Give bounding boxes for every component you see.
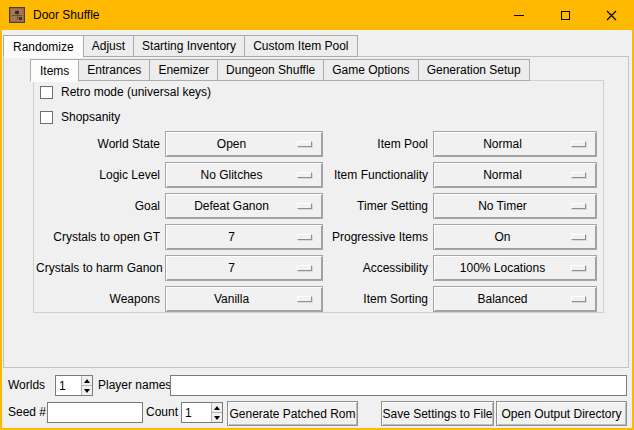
title-bar: Door Shuffle bbox=[0, 0, 634, 30]
seed-input[interactable] bbox=[47, 402, 143, 423]
player-names-input[interactable] bbox=[170, 375, 627, 396]
logic-level-dropdown[interactable]: No Glitches bbox=[165, 162, 323, 188]
crystals-gt-value: 7 bbox=[166, 230, 297, 244]
item-pool-label: Item Pool bbox=[328, 131, 428, 157]
close-button[interactable] bbox=[588, 0, 634, 30]
dropdown-indicator-icon bbox=[297, 234, 312, 240]
progressive-items-dropdown[interactable]: On bbox=[433, 224, 597, 250]
accessibility-dropdown[interactable]: 100% Locations bbox=[433, 255, 597, 281]
retro-mode-checkbox[interactable] bbox=[40, 86, 53, 99]
tab-enemizer[interactable]: Enemizer bbox=[149, 59, 218, 81]
item-sorting-dropdown[interactable]: Balanced bbox=[433, 286, 597, 312]
tab-generation-setup[interactable]: Generation Setup bbox=[418, 59, 530, 81]
main-tab-bar: Randomize Adjust Starting Inventory Cust… bbox=[3, 32, 357, 57]
accessibility-label: Accessibility bbox=[328, 255, 428, 281]
crystals-ganon-value: 7 bbox=[166, 261, 297, 275]
count-spinner[interactable] bbox=[181, 402, 223, 423]
dropdown-indicator-icon bbox=[571, 172, 586, 178]
dropdown-indicator-icon bbox=[297, 172, 312, 178]
world-state-value: Open bbox=[166, 137, 297, 151]
dropdown-indicator-icon bbox=[571, 203, 586, 209]
count-input[interactable] bbox=[182, 403, 211, 422]
crystals-gt-dropdown[interactable]: 7 bbox=[165, 224, 323, 250]
worlds-spinner[interactable] bbox=[55, 375, 93, 396]
item-functionality-dropdown[interactable]: Normal bbox=[433, 162, 597, 188]
item-pool-value: Normal bbox=[434, 137, 571, 151]
world-state-label: World State bbox=[36, 131, 160, 157]
tab-custom-item-pool[interactable]: Custom Item Pool bbox=[244, 35, 357, 57]
timer-setting-dropdown[interactable]: No Timer bbox=[433, 193, 597, 219]
close-icon bbox=[606, 10, 617, 21]
dropdown-indicator-icon bbox=[571, 141, 586, 147]
timer-setting-value: No Timer bbox=[434, 199, 571, 213]
door-icon bbox=[9, 7, 25, 23]
window-controls bbox=[496, 0, 634, 30]
logic-level-label: Logic Level bbox=[36, 162, 160, 188]
count-spinner-arrows bbox=[211, 403, 222, 422]
crystals-ganon-dropdown[interactable]: 7 bbox=[165, 255, 323, 281]
shopsanity-label: Shopsanity bbox=[61, 111, 120, 124]
minimize-button[interactable] bbox=[496, 0, 542, 30]
goal-dropdown[interactable]: Defeat Ganon bbox=[165, 193, 323, 219]
maximize-icon bbox=[561, 11, 570, 20]
player-names-label: Player names bbox=[98, 375, 171, 396]
dropdown-indicator-icon bbox=[297, 265, 312, 271]
spinner-up-icon[interactable] bbox=[82, 376, 92, 386]
seed-label: Seed # bbox=[8, 402, 46, 423]
shopsanity-checkbox-row[interactable]: Shopsanity bbox=[40, 111, 120, 124]
minimize-icon bbox=[514, 15, 524, 16]
worlds-input[interactable] bbox=[56, 376, 81, 395]
generate-patched-rom-button[interactable]: Generate Patched Rom bbox=[227, 401, 358, 426]
open-output-directory-button[interactable]: Open Output Directory bbox=[496, 401, 627, 426]
app-window: Door Shuffle Randomize Adjust Starting I… bbox=[0, 0, 634, 430]
tab-items[interactable]: Items bbox=[30, 59, 79, 82]
weapons-value: Vanilla bbox=[166, 292, 297, 306]
item-sorting-value: Balanced bbox=[434, 292, 571, 306]
crystals-ganon-label: Crystals to harm Ganon bbox=[36, 255, 160, 281]
dropdown-indicator-icon bbox=[571, 296, 586, 302]
tab-entrances[interactable]: Entrances bbox=[78, 59, 150, 81]
item-sorting-label: Item Sorting bbox=[328, 286, 428, 312]
retro-mode-checkbox-row[interactable]: Retro mode (universal keys) bbox=[40, 86, 211, 99]
goal-label: Goal bbox=[36, 193, 160, 219]
progressive-items-value: On bbox=[434, 230, 571, 244]
dropdown-indicator-icon bbox=[571, 265, 586, 271]
sub-tab-bar: Items Entrances Enemizer Dungeon Shuffle… bbox=[30, 58, 529, 81]
tab-dungeon-shuffle[interactable]: Dungeon Shuffle bbox=[217, 59, 324, 81]
worlds-spinner-arrows bbox=[81, 376, 92, 395]
dropdown-indicator-icon bbox=[297, 141, 312, 147]
dropdown-indicator-icon bbox=[571, 234, 586, 240]
item-functionality-label: Item Functionality bbox=[328, 162, 428, 188]
dropdown-indicator-icon bbox=[297, 203, 312, 209]
count-label: Count bbox=[146, 402, 178, 423]
save-settings-button[interactable]: Save Settings to File bbox=[381, 401, 494, 426]
maximize-button[interactable] bbox=[542, 0, 588, 30]
tab-randomize[interactable]: Randomize bbox=[3, 35, 84, 58]
item-functionality-value: Normal bbox=[434, 168, 571, 182]
crystals-gt-label: Crystals to open GT bbox=[36, 224, 160, 250]
goal-value: Defeat Ganon bbox=[166, 199, 297, 213]
logic-level-value: No Glitches bbox=[166, 168, 297, 182]
weapons-label: Weapons bbox=[36, 286, 160, 312]
accessibility-value: 100% Locations bbox=[434, 261, 571, 275]
timer-setting-label: Timer Setting bbox=[328, 193, 428, 219]
tab-adjust[interactable]: Adjust bbox=[83, 35, 134, 57]
retro-mode-label: Retro mode (universal keys) bbox=[61, 86, 211, 99]
world-state-dropdown[interactable]: Open bbox=[165, 131, 323, 157]
progressive-items-label: Progressive Items bbox=[328, 224, 428, 250]
spinner-down-icon[interactable] bbox=[82, 386, 92, 395]
shopsanity-checkbox[interactable] bbox=[40, 111, 53, 124]
item-pool-dropdown[interactable]: Normal bbox=[433, 131, 597, 157]
tab-game-options[interactable]: Game Options bbox=[323, 59, 418, 81]
spinner-up-icon[interactable] bbox=[212, 403, 222, 413]
tab-starting-inventory[interactable]: Starting Inventory bbox=[133, 35, 245, 57]
worlds-label: Worlds bbox=[8, 375, 45, 396]
weapons-dropdown[interactable]: Vanilla bbox=[165, 286, 323, 312]
dropdown-indicator-icon bbox=[297, 296, 312, 302]
spinner-down-icon[interactable] bbox=[212, 413, 222, 422]
window-title: Door Shuffle bbox=[33, 8, 100, 22]
